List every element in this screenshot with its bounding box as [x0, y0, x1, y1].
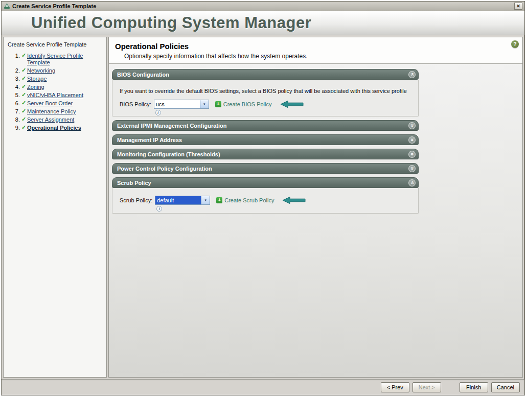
check-icon: ✓: [21, 83, 26, 90]
window-title: Create Service Profile Template: [12, 3, 512, 9]
sidebar-step-zoning: 4. ✓ Zoning: [8, 84, 104, 90]
create-scrub-policy-link[interactable]: Create Scrub Policy: [224, 197, 274, 203]
bios-configuration-panel: If you want to override the default BIOS…: [112, 80, 419, 116]
check-icon: ✓: [21, 124, 26, 131]
dropdown-arrow-icon[interactable]: ▼: [200, 100, 209, 108]
cancel-button[interactable]: Cancel: [491, 382, 520, 392]
collapse-chevron-icon[interactable]: »: [408, 71, 416, 78]
window-titlebar[interactable]: Create Service Profile Template ✕: [2, 2, 524, 11]
section-header-management-ip[interactable]: Management IP Address »: [112, 134, 419, 145]
close-icon[interactable]: ✕: [514, 3, 522, 10]
check-icon: ✓: [21, 67, 26, 74]
step-number: 6.: [8, 100, 21, 107]
section-header-power-control-policy[interactable]: Power Control Policy Configuration »: [112, 163, 419, 174]
prev-button[interactable]: < Prev: [381, 382, 409, 392]
section-title: Monitoring Configuration (Thresholds): [117, 151, 220, 157]
sidebar-step-link-vnic-vhba[interactable]: vNIC/vHBA Placement: [27, 92, 83, 98]
section-header-external-ipmi[interactable]: External IPMI Management Configuration »: [112, 120, 419, 131]
section-title: Scrub Policy: [117, 180, 151, 186]
bios-policy-value: ucs: [154, 100, 200, 108]
info-icon: i: [155, 110, 161, 115]
finish-button[interactable]: Finish: [460, 382, 488, 392]
wizard-title: Create Service Profile Template: [8, 41, 104, 48]
section-header-scrub-policy[interactable]: Scrub Policy »: [112, 177, 419, 188]
sidebar-step-identify: 1. ✓ Identify Service Profile Template: [8, 53, 104, 66]
banner-title: Unified Computing System Manager: [31, 14, 311, 32]
step-number: 2.: [8, 67, 21, 74]
bios-policy-label: BIOS Policy:: [120, 101, 151, 107]
scrub-policy-panel: Scrub Policy: default ▼ i + Create Scrub…: [112, 188, 419, 214]
check-icon: ✓: [21, 52, 26, 59]
policy-sections: BIOS Configuration » If you want to over…: [112, 69, 419, 214]
scrub-policy-label: Scrub Policy:: [120, 197, 152, 203]
page-subtitle: Optionally specify information that affe…: [124, 53, 515, 60]
step-number: 9.: [8, 125, 21, 131]
section-title: External IPMI Management Configuration: [117, 123, 227, 129]
annotation-arrow-icon: [282, 196, 306, 204]
app-icon: [4, 3, 10, 9]
wizard-sidebar: Create Service Profile Template 1. ✓ Ide…: [3, 37, 107, 378]
check-icon: ✓: [21, 75, 26, 82]
step-number: 4.: [8, 84, 21, 90]
ucsm-banner: Unified Computing System Manager: [2, 11, 524, 35]
bios-policy-dropdown[interactable]: ucs ▼ i: [154, 100, 209, 109]
sidebar-step-link-maintenance[interactable]: Maintenance Policy: [27, 108, 76, 114]
create-service-profile-template-window: Create Service Profile Template ✕ Unifie…: [1, 1, 525, 395]
bios-policy-row: BIOS Policy: ucs ▼ i + Create BIOS Polic…: [120, 100, 411, 109]
scrub-policy-row: Scrub Policy: default ▼ i + Create Scrub…: [120, 196, 411, 205]
step-number: 8.: [8, 116, 21, 123]
plus-icon[interactable]: +: [215, 101, 221, 107]
wizard-footer: < Prev Next > Finish Cancel: [2, 379, 524, 395]
sidebar-step-maintenance: 7. ✓ Maintenance Policy: [8, 108, 104, 115]
create-bios-policy-link[interactable]: Create BIOS Policy: [223, 101, 272, 107]
step-number: 7.: [8, 108, 21, 115]
section-title: BIOS Configuration: [117, 72, 169, 78]
sidebar-step-operational-policies: 9. ✓ Operational Policies: [8, 125, 104, 131]
help-icon[interactable]: ?: [511, 40, 519, 48]
expand-chevron-icon[interactable]: »: [408, 151, 416, 158]
check-icon: ✓: [21, 100, 26, 106]
content-pane: Operational Policies Optionally specify …: [108, 37, 523, 378]
main-area: Create Service Profile Template 1. ✓ Ide…: [2, 35, 524, 379]
sidebar-step-boot-order: 6. ✓ Server Boot Order: [8, 100, 104, 107]
next-button: Next >: [413, 382, 441, 392]
desktop: { "window": { "title": "Create Service P…: [0, 0, 527, 420]
expand-chevron-icon[interactable]: »: [408, 122, 416, 129]
step-number: 5.: [8, 92, 21, 99]
expand-chevron-icon[interactable]: »: [408, 136, 416, 144]
sidebar-step-vnic-vhba: 5. ✓ vNIC/vHBA Placement: [8, 92, 104, 99]
plus-icon[interactable]: +: [216, 197, 222, 203]
content-header: Operational Policies Optionally specify …: [109, 37, 522, 63]
expand-chevron-icon[interactable]: »: [408, 165, 416, 172]
step-number: 1.: [8, 53, 21, 66]
sidebar-step-link-zoning[interactable]: Zoning: [27, 84, 44, 90]
sidebar-step-networking: 2. ✓ Networking: [8, 67, 104, 74]
scrub-policy-dropdown[interactable]: default ▼ i: [155, 196, 210, 205]
scrub-policy-value: default: [155, 196, 201, 204]
check-icon: ✓: [21, 116, 26, 123]
section-header-bios-configuration[interactable]: BIOS Configuration »: [112, 69, 419, 80]
sidebar-step-link-operational-policies[interactable]: Operational Policies: [27, 125, 81, 131]
check-icon: ✓: [21, 108, 26, 114]
section-title: Management IP Address: [117, 137, 182, 143]
sidebar-step-link-boot-order[interactable]: Server Boot Order: [27, 100, 73, 106]
sidebar-step-server-assignment: 8. ✓ Server Assignment: [8, 116, 104, 123]
check-icon: ✓: [21, 91, 26, 98]
sidebar-step-storage: 3. ✓ Storage: [8, 76, 104, 82]
bios-info-text: If you want to override the default BIOS…: [120, 88, 411, 94]
section-title: Power Control Policy Configuration: [117, 166, 212, 172]
collapse-chevron-icon[interactable]: »: [408, 179, 416, 186]
sidebar-step-link-server-assignment[interactable]: Server Assignment: [27, 116, 74, 123]
section-header-monitoring-configuration[interactable]: Monitoring Configuration (Thresholds) »: [112, 149, 419, 159]
info-icon: i: [156, 206, 162, 212]
step-number: 3.: [8, 76, 21, 82]
annotation-arrow-icon: [280, 100, 304, 108]
dropdown-arrow-icon[interactable]: ▼: [201, 196, 210, 204]
sidebar-step-link-networking[interactable]: Networking: [27, 67, 55, 74]
page-title: Operational Policies: [115, 42, 515, 51]
sidebar-step-link-identify[interactable]: Identify Service Profile Template: [27, 53, 83, 65]
content-body: BIOS Configuration » If you want to over…: [109, 63, 522, 377]
sidebar-step-link-storage[interactable]: Storage: [27, 76, 47, 82]
